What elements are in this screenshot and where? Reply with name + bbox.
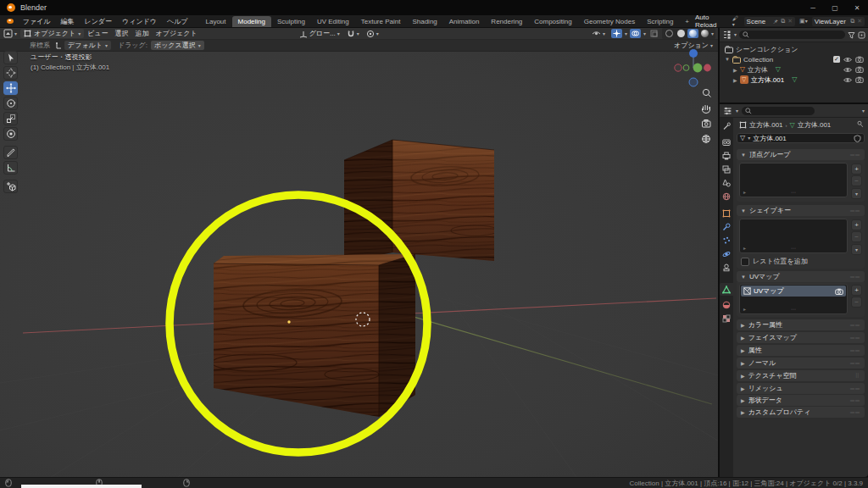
editor-outliner-icon[interactable] [722,30,732,39]
tab-uv-editing[interactable]: UV Editing [311,16,355,27]
shading-material-button[interactable] [687,29,698,38]
shading-solid-button[interactable] [676,29,687,38]
tab-texture[interactable] [720,312,733,324]
menu-render[interactable]: レンダー [79,17,117,26]
rest-position-row[interactable]: レスト位置を追加 [741,257,808,266]
camera-render-icon[interactable] [855,56,864,63]
tab-world[interactable] [720,190,733,202]
tab-object[interactable] [720,207,733,219]
viewlayer-new-icon[interactable]: ⧉ [850,18,854,25]
gizmos-toggle[interactable] [611,29,622,38]
zoom-icon[interactable] [703,89,710,97]
tab-rendering[interactable]: Rendering [485,16,528,27]
outliner-row-scene-collection[interactable]: シーンコレクション [720,44,868,54]
menu-window[interactable]: ウィンドウ [117,17,162,26]
cube-back[interactable] [344,140,498,263]
section-color-attributes[interactable]: ▶カラー属性══ [737,319,865,330]
overlays-toggle[interactable] [630,29,641,38]
menu-file[interactable]: ファイル [18,17,56,26]
blender-menu-icon[interactable] [5,18,14,25]
add-workspace-button[interactable]: + [679,16,695,27]
eye-icon[interactable] [843,77,852,83]
outliner-row-collection[interactable]: ▼ Collection ✓ [720,54,868,64]
shading-rendered-button[interactable] [699,29,710,38]
outliner-search-input[interactable] [739,30,845,39]
viewlayer-browse-icon[interactable]: ▣▾ [799,18,808,25]
list-sort-icon[interactable]: ▸ [743,245,746,251]
tab-render[interactable] [720,136,733,148]
scene-pin-icon[interactable]: 📌︎ [772,19,778,25]
camera-render-icon[interactable] [835,288,843,295]
shape-key-specials-button[interactable]: ▾ [851,244,862,255]
eye-icon[interactable] [843,57,852,63]
uv-map-add-button[interactable]: + [851,285,862,296]
section-uv-maps[interactable]: ▼UVマップ══ [737,271,865,282]
tab-scene[interactable] [720,176,733,189]
section-face-maps[interactable]: ▶フェイスマップ══ [737,332,865,343]
menu-view[interactable]: ビュー [84,29,111,38]
vertex-groups-list[interactable]: ▸ ⋯ [739,163,848,197]
tab-modeling[interactable]: Modeling [232,16,271,27]
menu-select[interactable]: 選択 [112,29,132,38]
visibility-dropdown[interactable]: ▾ [588,30,609,37]
tab-sculpting[interactable]: Sculpting [271,16,311,27]
proportional-edit-dropdown[interactable]: ▾ [363,30,382,38]
section-texture-space[interactable]: ▶テクスチャ空間⠿ [737,370,865,381]
auto-reload-label[interactable]: Auto Reload [695,14,728,29]
scene-new-icon[interactable]: ⧉ [781,18,785,25]
snap-dropdown[interactable]: ▾ [343,30,363,38]
tool-move[interactable] [3,81,18,95]
mode-dropdown[interactable]: オブジェクト ▾ [20,29,84,38]
cube-001-expand-icon[interactable]: ▶ [733,77,737,83]
section-custom-properties[interactable]: ▶カスタムプロパティ══ [737,407,865,418]
tool-add-cube[interactable] [3,180,18,193]
tab-animation[interactable]: Animation [443,16,486,27]
scene-browse-icon[interactable]: 🖌︎▾ [732,15,740,27]
viewlayer-remove-icon[interactable]: ✕ [857,18,862,25]
camera-render-icon[interactable] [855,66,864,73]
cube-front[interactable] [212,254,415,417]
properties-search-input[interactable] [742,107,815,115]
tab-material[interactable] [720,298,733,311]
tool-cursor[interactable] [3,66,18,80]
mesh-browse-chevron[interactable]: ▾ [748,136,750,141]
tool-select-box[interactable] [3,51,18,64]
shape-key-remove-button[interactable]: − [851,231,862,242]
camera-view-icon[interactable] [703,120,711,128]
section-geometry-data[interactable]: ▶形状データ══ [737,395,865,406]
xray-toggle[interactable] [648,29,659,38]
vertex-group-add-button[interactable]: + [851,164,862,175]
tab-tool[interactable] [720,119,733,132]
shape-keys-list[interactable]: ▸ ⋯ [739,219,848,253]
cube-expand-icon[interactable]: ▶ [733,67,737,73]
vertex-group-specials-button[interactable]: ▾ [851,188,862,199]
breadcrumb-object[interactable]: 立方体.001 [749,120,783,130]
section-normals[interactable]: ▶ノーマル══ [737,358,865,369]
tab-compositing[interactable]: Compositing [528,16,577,27]
scene-unlink-icon[interactable]: ✕ [787,18,793,25]
transform-orientation-dropdown[interactable]: グロー... ▾ [296,29,343,38]
menu-help[interactable]: ヘルプ [162,17,193,26]
tab-texture-paint[interactable]: Texture Paint [355,16,407,27]
nav-gizmo[interactable] [675,49,711,86]
editor-properties-icon[interactable] [723,107,732,115]
tab-view-layer[interactable] [720,163,733,175]
fake-user-shield-icon[interactable] [854,135,861,142]
outliner-row-cube[interactable]: ▶ ▽ 立方体 ▽ [720,64,868,75]
viewlayer-field[interactable]: ViewLayer ⧉ ✕ [812,17,865,26]
outliner-mode-chevron[interactable]: ▾ [734,32,737,37]
section-attributes[interactable]: ▶属性══ [737,345,865,356]
tab-layout[interactable]: Layout [200,16,232,27]
tab-object-data[interactable] [720,283,733,296]
collection-expand-icon[interactable]: ▼ [725,57,730,62]
tab-modifiers[interactable] [720,220,733,233]
tab-shading[interactable]: Shading [406,16,442,27]
tool-rotate[interactable] [3,97,18,110]
tab-scripting[interactable]: Scripting [641,16,679,27]
list-sort-icon[interactable]: ▸ [743,306,746,312]
collection-checkbox[interactable]: ✓ [833,56,840,63]
rest-position-checkbox[interactable] [741,258,749,266]
camera-render-icon[interactable] [855,76,864,83]
mesh-name-field[interactable]: ▽ ▾ 立方体.001 [737,133,865,143]
eye-icon[interactable] [843,67,852,73]
